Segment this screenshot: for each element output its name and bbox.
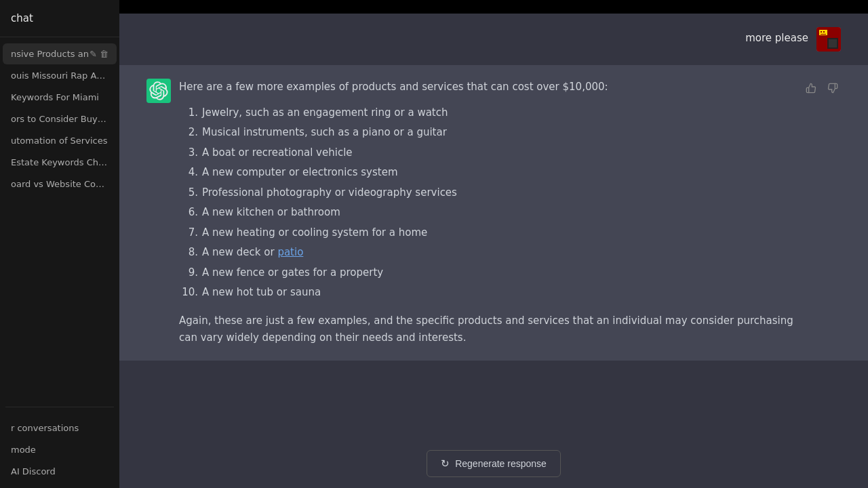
list-item: 4. A new computer or electronics system [179,164,803,182]
gpt-message-row: Here are a few more examples of products… [119,65,868,361]
sidebar-item-expensive-products[interactable]: nsive Products an ✎ 🗑 [3,43,117,64]
sidebar-item-clear-conversations[interactable]: r conversations [3,418,117,439]
list-item: 9. A new fence or gates for a property [179,264,803,282]
gpt-list: 1. Jewelry, such as an engagement ring o… [179,104,803,302]
gpt-outro-text: Again, these are just a few examples, an… [179,312,803,347]
thumbs-up-button[interactable] [803,80,819,99]
sidebar-header: chat [0,0,119,37]
thumbs-up-icon [806,83,816,94]
sidebar-items: nsive Products an ✎ 🗑 ouis Missouri Rap … [0,37,119,403]
user-avatar-image [816,27,841,52]
gpt-logo-icon [149,81,168,100]
user-avatar-svg [816,27,841,52]
list-content: Professional photography or videography … [202,184,457,202]
list-num: 3. [179,144,198,162]
thumbs-down-button[interactable] [825,80,841,99]
sidebar-item-dark-mode[interactable]: mode [3,439,117,460]
delete-icon[interactable]: 🗑 [100,49,108,59]
top-bar [119,0,868,14]
list-num: 2. [179,124,198,142]
gpt-intro-text: Here are a few more examples of products… [179,79,803,96]
regenerate-icon: ↻ [441,458,450,470]
list-item: 8. A new deck or patio [179,244,803,262]
list-num: 1. [179,104,198,122]
regenerate-response-button[interactable]: ↻ Regenerate response [427,450,561,477]
list-num: 8. [179,244,198,262]
sidebar-item-text: Estate Keywords Chicag [11,157,108,167]
list-num: 9. [179,264,198,282]
sidebar-chat-label: chat [8,7,111,30]
user-avatar [816,27,841,52]
sidebar-item-missouri-rap[interactable]: ouis Missouri Rap Artists [3,65,117,86]
list-item: 6. A new kitchen or bathroom [179,204,803,222]
gpt-avatar [146,79,171,103]
sidebar-item-ai-discord[interactable]: AI Discord [3,461,117,482]
list-num: 7. [179,224,198,242]
sidebar-item-automation[interactable]: utomation of Services [3,130,117,151]
gpt-text-block: Here are a few more examples of products… [179,79,841,347]
sidebar-item-buying[interactable]: ors to Consider Buying S [3,108,117,129]
patio-link[interactable]: patio [277,246,303,258]
regenerate-label: Regenerate response [455,458,547,469]
bottom-bar: ↻ Regenerate response [119,442,868,488]
sidebar-item-keywords-miami[interactable]: Keywords For Miami [3,87,117,108]
sidebar-item-text: ouis Missouri Rap Artists [11,70,108,81]
list-content: A new kitchen or bathroom [202,204,340,222]
list-item: 10. A new hot tub or sauna [179,284,803,302]
list-content: A new computer or electronics system [202,164,398,182]
svg-rect-3 [823,31,825,33]
sidebar-bottom: r conversations mode AI Discord [0,411,119,488]
list-content: A new heating or cooling system for a ho… [202,224,427,242]
list-item: 2. Musical instruments, such as a piano … [179,124,803,142]
list-num: 4. [179,164,198,182]
list-content: Musical instruments, such as a piano or … [202,124,447,142]
user-message-content: more please [745,27,841,52]
edit-icon[interactable]: ✎ [90,49,97,59]
sidebar-item-text: ors to Consider Buying S [11,114,108,124]
gpt-content: Here are a few more examples of products… [179,79,803,347]
list-item: 7. A new heating or cooling system for a… [179,224,803,242]
sidebar-divider [5,407,114,407]
sidebar: chat nsive Products an ✎ 🗑 ouis Missouri… [0,0,119,488]
svg-rect-4 [821,34,826,35]
sidebar-item-icons: ✎ 🗑 [90,49,108,59]
svg-rect-6 [829,39,837,47]
list-content: A new deck or patio [202,244,303,262]
svg-rect-2 [821,31,822,33]
thumbs-down-icon [827,83,838,94]
sidebar-item-text: Keywords For Miami [11,92,108,102]
user-message-text: more please [745,27,808,46]
list-item: 3. A boat or recreational vehicle [179,144,803,162]
user-message-row: more please [119,14,868,65]
list-num: 5. [179,184,198,202]
chat-area: more please [119,14,868,442]
list-item: 1. Jewelry, such as an engagement ring o… [179,104,803,122]
gpt-actions [803,79,841,99]
sidebar-item-board-website[interactable]: oard vs Website Compar [3,174,117,195]
sidebar-item-text: utomation of Services [11,136,108,146]
list-item: 5. Professional photography or videograp… [179,184,803,202]
list-content: A new hot tub or sauna [202,284,321,302]
list-content: A new fence or gates for a property [202,264,383,282]
sidebar-item-text: nsive Products an [11,49,90,59]
list-content: Jewelry, such as an engagement ring or a… [202,104,448,122]
list-num: 10. [179,284,198,302]
main-content: more please [119,0,868,488]
list-num: 6. [179,204,198,222]
list-content: A boat or recreational vehicle [202,144,353,162]
sidebar-item-text: oard vs Website Compar [11,179,108,189]
gpt-header-row: Here are a few more examples of products… [179,79,841,347]
sidebar-item-estate-chicago[interactable]: Estate Keywords Chicag [3,152,117,173]
